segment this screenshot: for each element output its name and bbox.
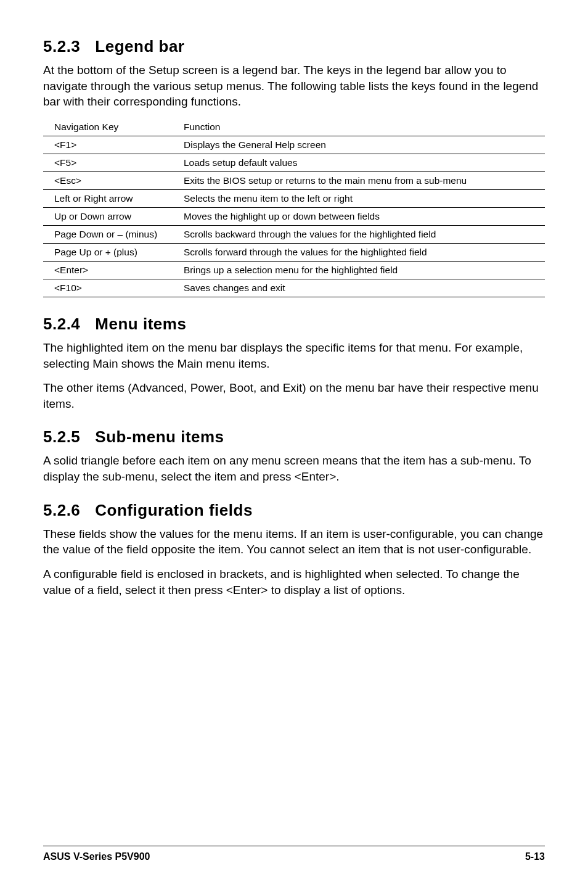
cell-func: Loads setup default values (173, 154, 545, 171)
cell-func: Displays the General Help screen (173, 136, 545, 154)
table-row: <Esc> Exits the BIOS setup or returns to… (43, 171, 545, 189)
cell-key: Page Up or + (plus) (43, 243, 173, 261)
cell-func: Scrolls backward through the values for … (173, 225, 545, 243)
cell-key: <F5> (43, 154, 173, 171)
paragraph: A solid triangle before each item on any… (43, 453, 545, 484)
table-row: <F5> Loads setup default values (43, 154, 545, 171)
th-key: Navigation Key (43, 118, 173, 136)
heading-title: Menu items (95, 315, 186, 333)
heading-524: 5.2.4Menu items (43, 315, 545, 334)
page-footer: ASUS V-Series P5V900 5-13 (43, 846, 545, 862)
cell-func: Saves changes and exit (173, 279, 545, 297)
cell-key: Up or Down arrow (43, 207, 173, 225)
cell-func: Selects the menu item to the left or rig… (173, 189, 545, 207)
heading-523: 5.2.3Legend bar (43, 37, 545, 56)
cell-key: Page Down or – (minus) (43, 225, 173, 243)
heading-525: 5.2.5Sub-menu items (43, 427, 545, 447)
cell-key: <Esc> (43, 171, 173, 189)
heading-title: Legend bar (95, 37, 184, 56)
heading-title: Sub-menu items (95, 427, 224, 446)
heading-num: 5.2.6 (43, 501, 80, 519)
section-523: 5.2.3Legend bar At the bottom of the Set… (43, 37, 545, 297)
heading-num: 5.2.3 (43, 37, 80, 56)
heading-num: 5.2.4 (43, 315, 80, 333)
table-row: Page Down or – (minus) Scrolls backward … (43, 225, 545, 243)
section-526: 5.2.6Configuration fields These fields s… (43, 501, 545, 598)
paragraph: At the bottom of the Setup screen is a l… (43, 62, 545, 110)
heading-526: 5.2.6Configuration fields (43, 501, 545, 520)
table-row: Page Up or + (plus) Scrolls forward thro… (43, 243, 545, 261)
cell-key: <F1> (43, 136, 173, 154)
cell-func: Exits the BIOS setup or returns to the m… (173, 171, 545, 189)
paragraph: The highlighted item on the menu bar dis… (43, 340, 545, 371)
cell-func: Brings up a selection menu for the highl… (173, 261, 545, 279)
cell-key: <Enter> (43, 261, 173, 279)
heading-num: 5.2.5 (43, 427, 80, 446)
th-func: Function (173, 118, 545, 136)
table-row: Up or Down arrow Moves the highlight up … (43, 207, 545, 225)
cell-key: Left or Right arrow (43, 189, 173, 207)
heading-title: Configuration fields (95, 501, 253, 519)
footer-right: 5-13 (525, 851, 545, 862)
table-row: <Enter> Brings up a selection menu for t… (43, 261, 545, 279)
table-row: <F1> Displays the General Help screen (43, 136, 545, 154)
cell-key: <F10> (43, 279, 173, 297)
section-524: 5.2.4Menu items The highlighted item on … (43, 315, 545, 412)
table-row: Left or Right arrow Selects the menu ite… (43, 189, 545, 207)
section-525: 5.2.5Sub-menu items A solid triangle bef… (43, 427, 545, 484)
table-header-row: Navigation Key Function (43, 118, 545, 136)
legend-table: Navigation Key Function <F1> Displays th… (43, 118, 545, 297)
cell-func: Scrolls forward through the values for t… (173, 243, 545, 261)
cell-func: Moves the highlight up or down between f… (173, 207, 545, 225)
paragraph: The other items (Advanced, Power, Boot, … (43, 380, 545, 411)
footer-left: ASUS V-Series P5V900 (43, 851, 150, 862)
paragraph: These fields show the values for the men… (43, 526, 545, 558)
table-row: <F10> Saves changes and exit (43, 279, 545, 297)
paragraph: A configurable field is enclosed in brac… (43, 566, 545, 598)
